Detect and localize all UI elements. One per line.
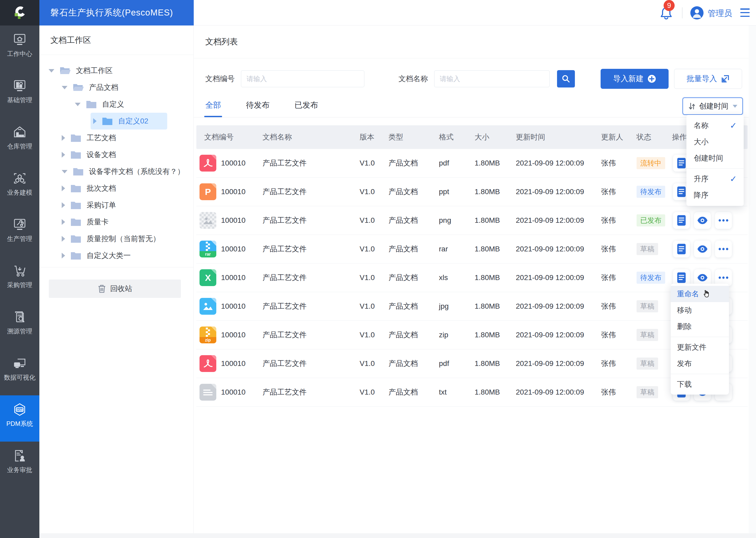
preview-button[interactable] — [694, 241, 711, 257]
recycle-bin-button[interactable]: 回收站 — [49, 280, 181, 298]
detail-button[interactable] — [673, 212, 690, 229]
doc-name-input[interactable] — [434, 71, 550, 87]
tree-item-doc-workspace[interactable]: 文档工作区 — [39, 62, 193, 79]
tree-item-custom[interactable]: 自定义 — [39, 96, 193, 113]
caret-right-icon[interactable] — [93, 118, 97, 124]
menu-item-publish[interactable]: 发布 — [671, 355, 729, 372]
rail-item-traceability[interactable]: 溯源管理 — [0, 303, 39, 349]
caret-down-icon[interactable] — [62, 170, 68, 173]
folder-icon — [71, 150, 81, 159]
tree-item-quality-card[interactable]: 质量卡 — [39, 214, 193, 230]
folder-icon — [71, 251, 81, 260]
folder-icon — [71, 218, 81, 227]
col-format: 格式 — [439, 132, 475, 142]
sort-order-ascending[interactable]: 升序✓ — [686, 171, 744, 187]
more-button[interactable] — [715, 212, 732, 229]
table-row[interactable]: 100010 产品工艺文件 V1.0 产品文档 jpg 1.80MB 2021-… — [196, 292, 748, 321]
folder-icon — [71, 201, 81, 210]
batch-import-button[interactable]: 批量导入 — [674, 69, 742, 89]
table-row[interactable]: rar 100010 产品工艺文件 V1.0 产品文档 rar 1.80MB 2… — [196, 235, 748, 263]
menu-item-rename[interactable]: 重命名 — [671, 286, 729, 302]
doc-size: 1.80MB — [475, 331, 516, 339]
table-row[interactable]: 100010 产品工艺文件 V1.0 产品文档 pdf 1.80MB 2021-… — [196, 350, 748, 378]
rail-item-business-modeling[interactable]: 业务建模 — [0, 164, 39, 210]
warehouse-icon — [13, 125, 26, 139]
more-button[interactable] — [715, 241, 732, 257]
rail-item-workcenter[interactable]: 工作中心 — [0, 26, 39, 72]
caret-right-icon[interactable] — [62, 186, 65, 191]
avatar[interactable] — [690, 6, 703, 20]
txt-file-icon — [200, 384, 216, 401]
table-row[interactable]: P 100010 产品工艺文件 V1.0 产品文档 ppt 1.80MB 202… — [196, 178, 748, 206]
rail-item-base-management[interactable]: 基础管理 — [0, 72, 39, 118]
doc-updater: 张伟 — [601, 387, 637, 397]
open-folder-icon — [60, 66, 71, 75]
doc-updated: 2021-09-09 12:00:09 — [516, 388, 601, 397]
rail-item-production[interactable]: 生产管理 — [0, 210, 39, 257]
col-code: 文档编号 — [196, 132, 262, 142]
tab-all[interactable]: 全部 — [205, 97, 221, 117]
tree-item-custom-category-one[interactable]: 自定义大类一 — [39, 247, 193, 264]
doc-name: 产品工艺文件 — [262, 330, 359, 340]
table-row[interactable]: 100010 产品工艺文件 V1.0 产品文档 png 1.80MB 2021-… — [196, 206, 748, 235]
caret-right-icon[interactable] — [62, 236, 65, 242]
table-row[interactable]: zip 100010 产品工艺文件 V1.0 产品文档 zip 1.80MB 2… — [196, 321, 748, 350]
detail-button[interactable] — [673, 241, 690, 257]
doc-updater: 张伟 — [601, 301, 637, 311]
caret-down-icon[interactable] — [75, 103, 80, 106]
table-row[interactable]: X 100010 产品工艺文件 V1.0 产品文档 xls 1.80MB 202… — [196, 263, 748, 292]
search-button[interactable] — [557, 70, 575, 87]
pdf-file-icon — [200, 155, 216, 172]
tree-item-quality-control[interactable]: 质量控制（当前暂无） — [39, 230, 193, 247]
caret-right-icon[interactable] — [62, 152, 65, 158]
tree-item-purchase-orders[interactable]: 采购订单 — [39, 197, 193, 214]
top-bar-right: 9 管理员 — [194, 0, 756, 25]
rail-item-procurement[interactable]: 采购管理 — [0, 257, 39, 303]
caret-right-icon[interactable] — [62, 253, 65, 258]
tab-published[interactable]: 已发布 — [295, 97, 318, 117]
horizontal-scrollbar-track[interactable] — [39, 533, 756, 538]
doc-updated: 2021-09-09 12:00:09 — [516, 245, 601, 253]
caret-down-icon[interactable] — [62, 86, 68, 89]
sort-option-size[interactable]: 大小 — [686, 134, 744, 150]
tree-item-label: 产品文档 — [89, 82, 118, 92]
rail-item-label: 仓库管理 — [7, 142, 32, 150]
tree-item-process-docs[interactable]: 工艺文档 — [39, 130, 193, 146]
tab-pending-publish[interactable]: 待发布 — [246, 97, 269, 117]
menu-item-delete[interactable]: 删除 — [671, 318, 729, 335]
tree-item-equipment-docs[interactable]: 设备文档 — [39, 146, 193, 163]
caret-right-icon[interactable] — [62, 202, 65, 208]
rail-item-warehouse[interactable]: 仓库管理 — [0, 118, 39, 164]
chevron-down-icon — [732, 105, 737, 108]
sort-order-descending[interactable]: 降序 — [686, 187, 744, 203]
menu-item-move[interactable]: 移动 — [671, 302, 729, 318]
tree-item-equipment-parts-docs[interactable]: 设备零件文档（系统没有？） — [39, 163, 193, 180]
status-badge: 草稿 — [637, 300, 658, 312]
scrollbar-gutter[interactable] — [749, 26, 756, 538]
base-management-icon — [13, 79, 26, 93]
rail-item-approval[interactable]: 业务审批 — [0, 442, 39, 488]
preview-button[interactable] — [694, 212, 711, 229]
tree-item-product-docs[interactable]: 产品文档 — [39, 79, 193, 96]
rail-item-pdm-system[interactable]: PDM PDM系统 — [0, 395, 39, 442]
import-new-button[interactable]: 导入新建 — [601, 69, 669, 89]
sort-option-name[interactable]: 名称✓ — [686, 117, 744, 134]
caret-right-icon[interactable] — [62, 135, 65, 141]
tree-item-label: 自定义02 — [118, 116, 148, 126]
tree-item-batch-docs[interactable]: 批次文档 — [39, 180, 193, 197]
sort-option-created-time[interactable]: 创建时间 — [686, 150, 744, 166]
caret-down-icon[interactable] — [49, 69, 54, 73]
menu-item-download[interactable]: 下载 — [671, 376, 729, 393]
doc-code-input[interactable] — [241, 71, 364, 87]
table-row[interactable]: 100010 产品工艺文件 V1.0 产品文档 pdf 1.80MB 2021-… — [196, 149, 748, 178]
table-row[interactable]: 100010 产品工艺文件 V1.0 产品文档 txt 1.80MB 2021-… — [196, 378, 748, 407]
doc-type: 产品文档 — [389, 158, 439, 168]
menu-item-update-file[interactable]: 更新文件 — [671, 339, 729, 355]
caret-right-icon[interactable] — [62, 219, 65, 225]
menu-icon[interactable] — [740, 8, 750, 17]
sort-selector[interactable]: 创建时间 — [683, 97, 743, 115]
user-name[interactable]: 管理员 — [708, 8, 732, 19]
svg-text:PDM: PDM — [17, 408, 23, 411]
tree-item-custom02[interactable]: 自定义02 — [39, 113, 193, 130]
rail-item-data-visualization[interactable]: 数据可视化 — [0, 349, 39, 395]
